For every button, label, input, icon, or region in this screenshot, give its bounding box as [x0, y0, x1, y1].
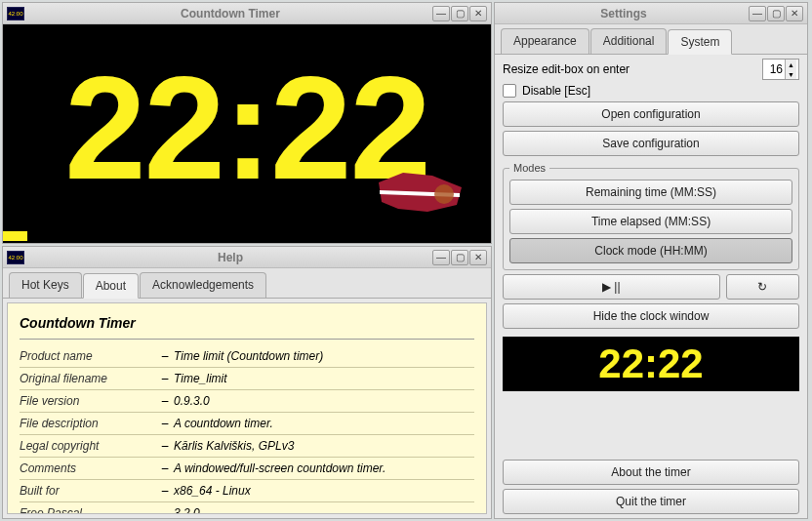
save-config-button[interactable]: Save configuration [503, 131, 799, 156]
timer-display: 22:22 [3, 24, 491, 231]
about-row: Legal copyright–Kārlis Kalviškis, GPLv3 [20, 435, 474, 458]
settings-titlebar[interactable]: Settings — ▢ ✕ [495, 3, 807, 24]
spin-up-icon[interactable]: ▲ [785, 60, 796, 69]
timer-window: 42:00 Countdown Timer — ▢ ✕ 22:22 [2, 2, 492, 244]
about-key: Free Pascal [20, 506, 156, 514]
settings-panel: Resize edit-box on enter ▲ ▼ Disable [Es… [495, 55, 807, 518]
spin-down-icon[interactable]: ▼ [785, 69, 796, 79]
reload-button[interactable]: ↻ [726, 274, 800, 300]
maximize-icon[interactable]: ▢ [451, 6, 468, 21]
mode-remaining-button[interactable]: Remaining time (MM:SS) [509, 180, 792, 205]
minimize-icon[interactable]: — [432, 250, 450, 265]
disable-esc-checkbox[interactable] [503, 84, 516, 98]
about-key: Product name [20, 349, 156, 363]
about-val: A windowed/full-screen countdown timer. [174, 461, 474, 475]
close-icon[interactable]: ✕ [469, 250, 487, 265]
app-icon: 42:00 [7, 251, 24, 264]
settings-window: Settings — ▢ ✕ Appearance Additional Sys… [494, 2, 808, 519]
resize-spinner[interactable]: ▲ ▼ [762, 59, 799, 80]
mode-clock-button[interactable]: Clock mode (HH:MM) [509, 238, 792, 263]
mini-timer-time: 22:22 [598, 341, 703, 387]
maximize-icon[interactable]: ▢ [767, 6, 785, 21]
disable-esc-label: Disable [Esc] [522, 84, 590, 98]
about-val: 3.2.0 [174, 506, 474, 514]
about-panel: Countdown Timer Product name–Time limit … [7, 302, 487, 514]
about-val: Time_limit [174, 372, 474, 385]
minimize-icon[interactable]: — [432, 6, 450, 21]
resize-input[interactable] [763, 62, 785, 76]
timer-titlebar[interactable]: 42:00 Countdown Timer — ▢ ✕ [3, 3, 491, 24]
tab-acknowledgements[interactable]: Acknowledgements [140, 272, 266, 298]
about-key: File version [20, 394, 156, 408]
tab-hotkeys[interactable]: Hot Keys [9, 272, 82, 298]
about-val: A countdown timer. [174, 417, 474, 430]
tab-appearance[interactable]: Appearance [501, 28, 589, 54]
maximize-icon[interactable]: ▢ [451, 250, 468, 265]
help-titlebar[interactable]: 42:00 Help — ▢ ✕ [3, 247, 491, 268]
about-row: Built for–x86_64 - Linux [20, 480, 474, 502]
about-val: Kārlis Kalviškis, GPLv3 [174, 439, 474, 453]
svg-point-0 [434, 184, 454, 204]
about-key: Legal copyright [20, 439, 156, 453]
about-row: File description–A countdown timer. [20, 413, 474, 435]
modes-fieldset: Modes Remaining time (MM:SS) Time elapse… [503, 162, 799, 270]
about-val: 0.9.3.0 [174, 394, 474, 408]
mode-elapsed-button[interactable]: Time elapsed (MM:SS) [509, 209, 792, 234]
help-tabs: Hot Keys About Acknowledgements [3, 268, 491, 299]
about-row: Original filename–Time_limit [20, 368, 474, 390]
open-config-button[interactable]: Open configuration [503, 101, 799, 127]
resize-label: Resize edit-box on enter [503, 62, 756, 76]
close-icon[interactable]: ✕ [786, 6, 803, 21]
help-window-title: Help [28, 251, 432, 264]
tab-about[interactable]: About [83, 273, 139, 299]
play-pause-button[interactable]: ▶ || [503, 274, 720, 300]
about-val: x86_64 - Linux [174, 484, 474, 498]
quit-timer-button[interactable]: Quit the timer [503, 489, 799, 514]
mini-timer-display: 22:22 [503, 337, 799, 391]
app-icon: 42:00 [7, 7, 24, 20]
about-key: Built for [20, 484, 156, 498]
hide-clock-button[interactable]: Hide the clock window [503, 303, 799, 329]
flag-icon [374, 168, 471, 217]
modes-legend: Modes [509, 162, 549, 174]
about-heading: Countdown Timer [20, 311, 474, 340]
minimize-icon[interactable]: — [749, 6, 766, 21]
about-row: Product name–Time limit (Countdown timer… [20, 345, 474, 368]
tab-system[interactable]: System [668, 29, 732, 55]
about-key: Original filename [20, 372, 156, 385]
about-key: File description [20, 417, 156, 430]
about-key: Comments [20, 461, 156, 475]
progress-fill [3, 231, 27, 241]
about-timer-button[interactable]: About the timer [503, 460, 799, 485]
settings-tabs: Appearance Additional System [495, 24, 807, 55]
about-val: Time limit (Countdown timer) [174, 349, 474, 363]
help-window: 42:00 Help — ▢ ✕ Hot Keys About Acknowle… [2, 246, 492, 519]
about-row: Free Pascal–3.2.0 [20, 502, 474, 514]
timer-window-title: Countdown Timer [28, 7, 432, 20]
close-icon[interactable]: ✕ [469, 6, 487, 21]
about-row: File version–0.9.3.0 [20, 390, 474, 413]
about-row: Comments–A windowed/full-screen countdow… [20, 458, 474, 480]
progress-bar [3, 231, 491, 243]
tab-additional[interactable]: Additional [590, 28, 668, 54]
settings-window-title: Settings [499, 7, 749, 20]
